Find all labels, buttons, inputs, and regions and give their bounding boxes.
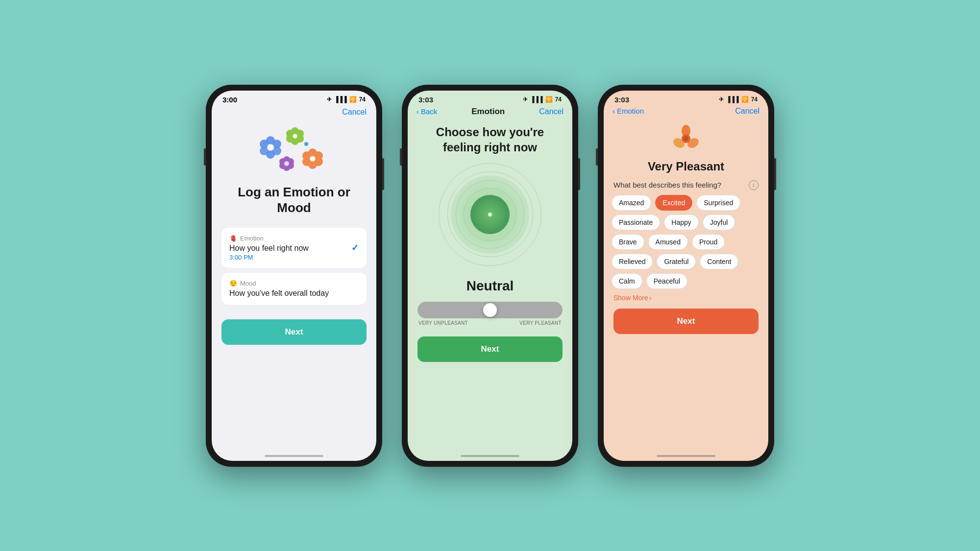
svg-point-21 bbox=[310, 156, 316, 162]
battery-icon: 74 bbox=[359, 96, 366, 103]
tag-peaceful[interactable]: Peaceful bbox=[646, 273, 687, 289]
signal-icon-2: ▐▐▐ bbox=[530, 96, 543, 103]
tag-content[interactable]: Content bbox=[700, 254, 738, 269]
tag-amazed[interactable]: Amazed bbox=[612, 195, 651, 211]
svg-point-6 bbox=[267, 144, 274, 151]
neutral-label: Neutral bbox=[408, 278, 572, 294]
emotion-option-card[interactable]: 🫀 Emotion How you feel right now 3:00 PM… bbox=[221, 228, 367, 268]
next-button-3[interactable]: Next bbox=[613, 309, 759, 334]
battery-icon-3: 74 bbox=[751, 96, 758, 103]
next-button-1[interactable]: Next bbox=[221, 319, 367, 345]
tag-joyful[interactable]: Joyful bbox=[703, 215, 735, 230]
flowers-svg bbox=[260, 125, 328, 174]
emotion-icon: 🫀 bbox=[229, 235, 237, 242]
status-bar-2: 3:03 ✈ ▐▐▐ 🛜 74 bbox=[408, 91, 572, 106]
circle-dot bbox=[488, 213, 492, 216]
tag-surprised[interactable]: Surprised bbox=[696, 195, 740, 211]
slider-thumb[interactable] bbox=[483, 303, 497, 317]
tag-amused[interactable]: Amused bbox=[648, 234, 688, 250]
cancel-button-2[interactable]: Cancel bbox=[539, 107, 564, 116]
status-time-2: 3:03 bbox=[418, 96, 433, 104]
emotion-circle-viz bbox=[436, 161, 544, 268]
screen-2: 3:03 ✈ ▐▐▐ 🛜 74 ‹ Back Emotion Cancel Ch… bbox=[408, 91, 572, 461]
status-icons-2: ✈ ▐▐▐ 🛜 74 bbox=[523, 96, 562, 103]
phone-1: 3:00 ✈ ▐▐▐ 🛜 74 Cancel bbox=[206, 85, 382, 467]
screen1-nav: Cancel bbox=[212, 106, 376, 120]
very-pleasant-title: Very Pleasant bbox=[604, 160, 768, 173]
location-icon: ✈ bbox=[327, 96, 332, 103]
tag-calm[interactable]: Calm bbox=[612, 273, 642, 289]
tag-relieved[interactable]: Relieved bbox=[612, 254, 653, 269]
show-more-button[interactable]: Show More › bbox=[604, 289, 661, 304]
tag-grateful[interactable]: Grateful bbox=[657, 254, 696, 269]
svg-point-14 bbox=[304, 142, 308, 146]
location-icon-2: ✈ bbox=[523, 96, 528, 103]
describes-label: What best describes this feeling? bbox=[613, 181, 721, 189]
mood-option-title: How you've felt overall today bbox=[229, 289, 359, 298]
chevron-right-icon: › bbox=[649, 294, 652, 302]
slider-label-right: VERY PLEASANT bbox=[519, 320, 562, 326]
status-time-3: 3:03 bbox=[614, 96, 629, 104]
screen1-content: Log an Emotion or Mood 🫀 Emotion How you… bbox=[212, 120, 376, 350]
circle-center bbox=[470, 195, 510, 234]
wifi-icon-2: 🛜 bbox=[545, 96, 553, 103]
screen3-flower-svg bbox=[669, 121, 703, 156]
tag-proud[interactable]: Proud bbox=[692, 234, 725, 250]
phone-3: 3:03 ✈ ▐▐▐ 🛜 74 ‹ Emotion Cancel bbox=[598, 85, 774, 467]
mood-option-label: 😌 Mood bbox=[229, 280, 359, 287]
back-button-3[interactable]: ‹ Emotion bbox=[612, 107, 644, 115]
svg-point-36 bbox=[684, 136, 688, 141]
describes-row: What best describes this feeling? i bbox=[604, 180, 768, 195]
home-indicator-2 bbox=[461, 455, 519, 457]
info-icon[interactable]: i bbox=[749, 180, 759, 190]
status-bar-3: 3:03 ✈ ▐▐▐ 🛜 74 bbox=[604, 91, 768, 106]
status-icons-3: ✈ ▐▐▐ 🛜 74 bbox=[719, 96, 758, 103]
status-icons-1: ✈ ▐▐▐ 🛜 74 bbox=[327, 96, 366, 103]
mood-option-card[interactable]: 😌 Mood How you've felt overall today bbox=[221, 273, 367, 305]
status-time-1: 3:00 bbox=[222, 96, 237, 104]
slider-label-left: VERY UNPLEASANT bbox=[418, 320, 468, 326]
back-button-2[interactable]: ‹ Back bbox=[416, 107, 437, 116]
status-bar-1: 3:00 ✈ ▐▐▐ 🛜 74 bbox=[212, 91, 376, 106]
screen-1: 3:00 ✈ ▐▐▐ 🛜 74 Cancel bbox=[212, 91, 376, 461]
signal-icon-3: ▐▐▐ bbox=[726, 96, 739, 103]
phone-2: 3:03 ✈ ▐▐▐ 🛜 74 ‹ Back Emotion Cancel Ch… bbox=[402, 85, 578, 467]
emotion-option-label: 🫀 Emotion bbox=[229, 235, 309, 242]
home-indicator-1 bbox=[265, 455, 323, 457]
emotion-checkmark: ✓ bbox=[351, 242, 359, 253]
emotion-option-subtitle: 3:00 PM bbox=[229, 254, 309, 261]
emotion-option-row: 🫀 Emotion How you feel right now 3:00 PM… bbox=[229, 235, 359, 261]
slider-container: VERY UNPLEASANT VERY PLEASANT bbox=[408, 302, 572, 326]
next-button-2[interactable]: Next bbox=[417, 336, 563, 362]
screen2-nav: ‹ Back Emotion Cancel bbox=[408, 106, 572, 120]
emotion-option-title: How you feel right now bbox=[229, 244, 309, 253]
cancel-button-1[interactable]: Cancel bbox=[342, 108, 367, 117]
tag-excited[interactable]: Excited bbox=[655, 195, 692, 211]
wifi-icon: 🛜 bbox=[349, 96, 357, 103]
screen3-flower-illustration bbox=[604, 121, 768, 156]
mood-icon: 😌 bbox=[229, 280, 237, 287]
svg-point-28 bbox=[284, 161, 289, 166]
screen-3: 3:03 ✈ ▐▐▐ 🛜 74 ‹ Emotion Cancel bbox=[604, 91, 768, 461]
tag-happy[interactable]: Happy bbox=[664, 215, 698, 230]
screen1-title: Log an Emotion or Mood bbox=[221, 184, 367, 216]
chevron-left-icon: ‹ bbox=[416, 107, 419, 116]
cancel-button-3[interactable]: Cancel bbox=[735, 107, 760, 116]
slider-labels: VERY UNPLEASANT VERY PLEASANT bbox=[417, 318, 563, 326]
signal-icon: ▐▐▐ bbox=[334, 96, 347, 103]
screen3-nav: ‹ Emotion Cancel bbox=[604, 106, 768, 120]
tag-passionate[interactable]: Passionate bbox=[612, 215, 660, 230]
svg-point-13 bbox=[293, 134, 297, 139]
emotion-option-content: 🫀 Emotion How you feel right now 3:00 PM bbox=[229, 235, 309, 261]
tag-brave[interactable]: Brave bbox=[612, 234, 644, 250]
screen2-nav-title: Emotion bbox=[471, 107, 505, 117]
flowers-illustration bbox=[260, 125, 328, 179]
battery-icon-2: 74 bbox=[555, 96, 562, 103]
wifi-icon-3: 🛜 bbox=[741, 96, 749, 103]
location-icon-3: ✈ bbox=[719, 96, 724, 103]
slider-track[interactable] bbox=[417, 302, 563, 318]
screen2-heading: Choose how you're feeling right now bbox=[408, 120, 572, 161]
home-indicator-3 bbox=[657, 455, 715, 457]
tags-grid: Amazed Excited Surprised Passionate Happ… bbox=[604, 195, 768, 289]
chevron-left-icon-3: ‹ bbox=[612, 107, 615, 115]
